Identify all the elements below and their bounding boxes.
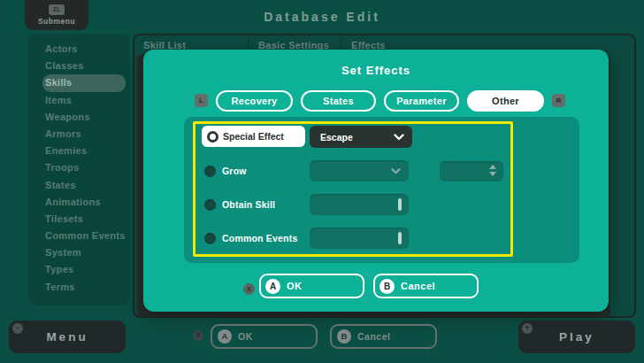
grow-label: Grow — [222, 165, 247, 178]
sidebar-item-tilesets[interactable]: Tilesets — [28, 211, 129, 228]
play-button[interactable]: Play — [518, 321, 635, 353]
radio-off-icon[interactable] — [204, 166, 216, 177]
b-button-icon: B — [380, 279, 395, 294]
grow-dropdown[interactable] — [310, 160, 409, 182]
b-button-icon: B — [337, 329, 351, 344]
ok-label: OK — [238, 331, 253, 342]
ok-label: OK — [287, 281, 303, 291]
x-button-hint-icon: X — [193, 330, 203, 341]
tab-recovery[interactable]: Recovery — [216, 90, 293, 112]
chevron-down-icon — [394, 134, 404, 141]
tab-parameter[interactable]: Parameter — [384, 90, 459, 112]
page-title: Database Edit — [0, 10, 644, 24]
database-category-sidebar: Actors Classes Skills Items Weapons Armo… — [28, 34, 129, 305]
special-effect-option[interactable]: Special Effect — [202, 126, 305, 147]
sidebar-item-armors[interactable]: Armors — [28, 126, 129, 143]
special-effect-value: Escape — [320, 132, 353, 143]
background-cancel-button: B Cancel — [330, 324, 437, 349]
menu-button[interactable]: Menu — [9, 321, 126, 353]
plus-button-icon: + — [522, 323, 533, 334]
sidebar-item-troops[interactable]: Troops — [28, 159, 129, 176]
sidebar-item-skills[interactable]: Skills — [42, 74, 126, 91]
cancel-label: Cancel — [401, 281, 435, 291]
play-label: Play — [559, 330, 594, 344]
sidebar-item-classes[interactable]: Classes — [28, 58, 129, 74]
l-shoulder-icon: L — [195, 94, 208, 107]
dialog-title: Set Effects — [143, 64, 609, 77]
r-shoulder-icon: R — [552, 94, 565, 107]
chevron-down-icon — [391, 168, 401, 174]
spinner-arrows-icon[interactable] — [489, 165, 496, 176]
common-events-input[interactable] — [310, 228, 409, 249]
sidebar-item-common-events[interactable]: Common Events — [28, 228, 129, 244]
obtain-skill-input[interactable] — [310, 194, 409, 215]
minus-button-icon: - — [12, 323, 23, 334]
sidebar-item-actors[interactable]: Actors — [28, 41, 129, 58]
sidebar-item-animations[interactable]: Animations — [28, 194, 129, 211]
tab-other[interactable]: Other — [467, 90, 544, 112]
ok-button[interactable]: A OK — [259, 274, 364, 298]
a-button-icon: A — [218, 329, 232, 344]
set-effects-dialog: Set Effects L Recovery States Parameter … — [143, 50, 609, 312]
special-effect-label: Special Effect — [223, 131, 284, 142]
background-ok-button: A OK — [211, 324, 318, 349]
radio-on-icon[interactable] — [207, 131, 218, 143]
sidebar-item-enemies[interactable]: Enemies — [28, 143, 129, 159]
common-events-label: Common Events — [222, 232, 297, 245]
special-effect-dropdown[interactable]: Escape — [310, 126, 412, 148]
radio-off-icon[interactable] — [204, 233, 216, 244]
text-caret — [398, 198, 402, 211]
sidebar-item-terms[interactable]: Terms — [28, 279, 129, 296]
database-edit-screen: Database Edit ZL Submenu Actors Classes … — [0, 0, 644, 363]
sidebar-item-items[interactable]: Items — [28, 92, 129, 109]
sidebar-item-states[interactable]: States — [28, 177, 129, 194]
tab-states[interactable]: States — [301, 90, 376, 112]
effects-tab-bar: L Recovery States Parameter Other R — [195, 89, 565, 112]
obtain-skill-label: Obtain Skill — [222, 198, 275, 212]
sidebar-item-system[interactable]: System — [28, 244, 129, 261]
cancel-button[interactable]: B Cancel — [373, 274, 479, 298]
submenu-button[interactable]: ZL Submenu — [25, 0, 88, 30]
sidebar-item-weapons[interactable]: Weapons — [28, 109, 129, 126]
menu-label: Menu — [46, 330, 88, 344]
text-caret — [398, 232, 402, 244]
radio-off-icon[interactable] — [204, 199, 216, 211]
cancel-label: Cancel — [357, 331, 390, 342]
zl-shortcut-badge: ZL — [49, 4, 65, 15]
sidebar-item-types[interactable]: Types — [28, 261, 129, 278]
submenu-label: Submenu — [25, 17, 88, 26]
x-button-hint-icon: X — [243, 283, 255, 295]
a-button-icon: A — [265, 279, 280, 294]
grow-amount-spinner[interactable] — [440, 161, 503, 182]
